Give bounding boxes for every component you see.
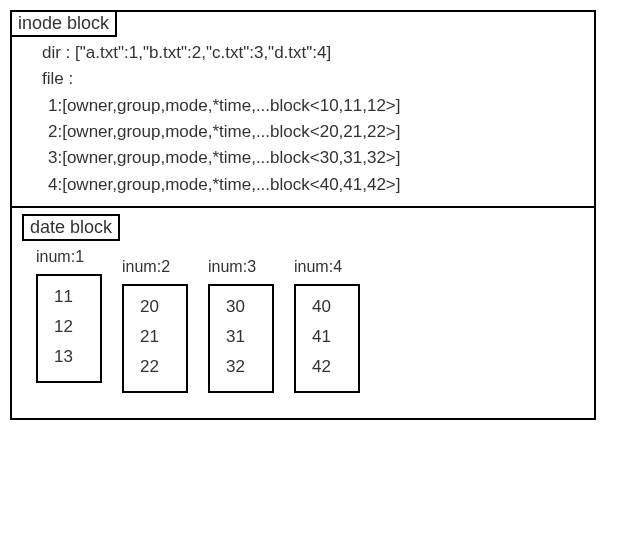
- inum-4-val-0: 40: [306, 292, 348, 322]
- inum-box-4: 40 41 42: [294, 284, 360, 393]
- inum-label-2: inum:2: [122, 258, 170, 276]
- dir-line: dir : ["a.txt":1,"b.txt":2,"c.txt":3,"d.…: [42, 40, 574, 66]
- inum-label-1: inum:1: [36, 248, 84, 266]
- inum-box-3: 30 31 32: [208, 284, 274, 393]
- inum-col-2: inum:2 20 21 22: [122, 258, 188, 393]
- inum-1-val-1: 12: [48, 312, 90, 342]
- inum-col-4: inum:4 40 41 42: [294, 258, 360, 393]
- inum-label-4: inum:4: [294, 258, 342, 276]
- file-line-4: 4:[owner,group,mode,*time,...block<40,41…: [42, 172, 574, 198]
- inum-col-3: inum:3 30 31 32: [208, 258, 274, 393]
- inum-2-val-0: 20: [134, 292, 176, 322]
- inum-1-val-0: 11: [48, 282, 90, 312]
- inum-4-val-2: 42: [306, 352, 348, 382]
- inum-box-1: 11 12 13: [36, 274, 102, 383]
- inum-4-val-1: 41: [306, 322, 348, 352]
- inum-3-val-1: 31: [220, 322, 262, 352]
- inum-1-val-2: 13: [48, 342, 90, 372]
- inum-2-val-2: 22: [134, 352, 176, 382]
- inum-3-val-0: 30: [220, 292, 262, 322]
- diagram-container: inode block dir : ["a.txt":1,"b.txt":2,"…: [10, 10, 596, 420]
- file-label: file :: [42, 66, 574, 92]
- inum-row: inum:1 11 12 13 inum:2 20 21 22 inum:3: [36, 248, 574, 393]
- date-block-section: date block inum:1 11 12 13 inum:2 20 21 …: [12, 208, 594, 418]
- file-line-3: 3:[owner,group,mode,*time,...block<30,31…: [42, 145, 574, 171]
- inode-block-section: inode block dir : ["a.txt":1,"b.txt":2,"…: [12, 12, 594, 208]
- inum-2-val-1: 21: [134, 322, 176, 352]
- inode-block-title: inode block: [10, 10, 117, 37]
- file-line-1: 1:[owner,group,mode,*time,...block<10,11…: [42, 93, 574, 119]
- inum-label-3: inum:3: [208, 258, 256, 276]
- file-line-2: 2:[owner,group,mode,*time,...block<20,21…: [42, 119, 574, 145]
- inum-3-val-2: 32: [220, 352, 262, 382]
- dir-value: ["a.txt":1,"b.txt":2,"c.txt":3,"d.txt":4…: [75, 43, 331, 62]
- dir-label: dir :: [42, 43, 75, 62]
- inum-box-2: 20 21 22: [122, 284, 188, 393]
- date-block-title: date block: [22, 214, 120, 241]
- inum-col-1: inum:1 11 12 13: [36, 248, 102, 393]
